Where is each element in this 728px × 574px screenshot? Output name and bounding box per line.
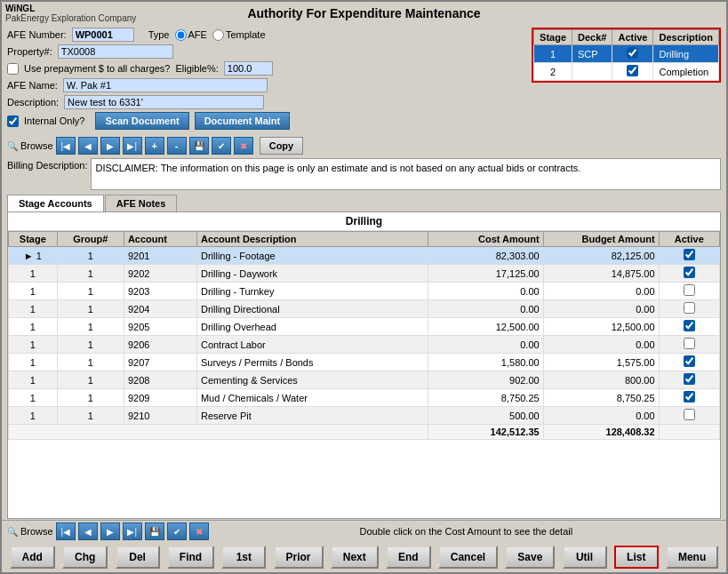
cell-active bbox=[659, 336, 719, 354]
cell-description: Surveys / Permits / Bonds bbox=[196, 354, 428, 371]
th-cost: Cost Amount bbox=[428, 232, 543, 247]
next-button[interactable]: Next bbox=[331, 546, 379, 569]
nav2-save-button[interactable]: 💾 bbox=[145, 522, 164, 540]
cell-description: Mud / Chemicals / Water bbox=[196, 389, 428, 407]
billing-text: DISCLAIMER: The information on this page… bbox=[91, 158, 721, 190]
nav2-next-button[interactable]: ▶ bbox=[100, 522, 120, 540]
table-row[interactable]: 1 1 9209 Mud / Chemicals / Water 8,750.2… bbox=[9, 389, 720, 407]
tab-stage-accounts[interactable]: Stage Accounts bbox=[7, 195, 104, 211]
cell-stage: 1 bbox=[9, 336, 58, 354]
browse-icon: 🔍 bbox=[7, 141, 18, 151]
th-active: Active bbox=[659, 232, 719, 247]
cell-account: 9208 bbox=[124, 371, 196, 389]
cell-cost[interactable]: 500.00 bbox=[428, 407, 543, 425]
grid-table: Stage Group# Account Account Description… bbox=[8, 231, 720, 440]
nav-add-button[interactable]: + bbox=[145, 137, 164, 155]
nav-last-button[interactable]: ▶| bbox=[123, 137, 142, 155]
cell-active bbox=[659, 371, 719, 389]
cell-cost[interactable]: 0.00 bbox=[428, 283, 543, 300]
table-row[interactable]: 1 1 9207 Surveys / Permits / Bonds 1,580… bbox=[9, 354, 720, 371]
table-row[interactable]: 1 1 9205 Drilling Overhead 12,500.00 12,… bbox=[9, 318, 720, 336]
cell-stage: 1 bbox=[9, 354, 58, 371]
table-row[interactable]: 1 1 9206 Contract Labor 0.00 0.00 bbox=[9, 336, 720, 354]
cell-account: 9205 bbox=[124, 318, 196, 336]
cell-stage: 1 bbox=[9, 265, 58, 283]
stage-row[interactable]: 2 Completion bbox=[534, 63, 719, 81]
cell-cost[interactable]: 902.00 bbox=[428, 371, 543, 389]
nav-check-button[interactable]: ✔ bbox=[212, 137, 231, 155]
list-button[interactable]: List bbox=[614, 546, 659, 569]
table-row[interactable]: 1 1 9204 Drilling Directional 0.00 0.00 bbox=[9, 300, 720, 318]
nav-first-button[interactable]: |◀ bbox=[56, 137, 76, 155]
table-row[interactable]: 1 1 9203 Drilling - Turnkey 0.00 0.00 bbox=[9, 283, 720, 300]
table-row[interactable]: 1 1 9210 Reserve Pit 500.00 0.00 bbox=[9, 407, 720, 425]
active-cell bbox=[612, 45, 653, 63]
deck-cell: SCP bbox=[572, 45, 612, 63]
cell-cost[interactable]: 1,580.00 bbox=[428, 354, 543, 371]
cell-cost[interactable]: 17,125.00 bbox=[428, 265, 543, 283]
scan-document-button[interactable]: Scan Document bbox=[95, 112, 188, 130]
prepayment-checkbox[interactable] bbox=[7, 63, 19, 75]
save-button[interactable]: Save bbox=[505, 546, 555, 569]
cell-cost[interactable]: 12,500.00 bbox=[428, 318, 543, 336]
nav2-check-button[interactable]: ✔ bbox=[167, 522, 187, 540]
cell-cost[interactable]: 8,750.25 bbox=[428, 389, 543, 407]
app-info: WiNGL PakEnergy Exploration Company bbox=[5, 4, 185, 23]
nav-next-button[interactable]: ▶ bbox=[100, 137, 120, 155]
nav-prev-button[interactable]: ◀ bbox=[78, 137, 98, 155]
cell-budget: 0.00 bbox=[543, 336, 659, 354]
afe-number-input[interactable] bbox=[72, 28, 134, 42]
table-row[interactable]: ► 1 1 9201 Drilling - Footage 82,303.00 … bbox=[9, 247, 720, 265]
first-button[interactable]: 1st bbox=[221, 546, 266, 569]
table-row[interactable]: 1 1 9202 Drilling - Daywork 17,125.00 14… bbox=[9, 265, 720, 283]
nav2-cancel-button[interactable]: ✖ bbox=[189, 522, 209, 540]
find-button[interactable]: Find bbox=[167, 546, 214, 569]
util-button[interactable]: Util bbox=[563, 546, 607, 569]
nav-remove-button[interactable]: - bbox=[167, 137, 187, 155]
footer: Add Chg Del Find 1st Prior Next End Canc… bbox=[2, 542, 726, 572]
nav2-last-button[interactable]: ▶| bbox=[123, 522, 142, 540]
nav2-prev-button[interactable]: ◀ bbox=[78, 522, 98, 540]
cell-active bbox=[659, 354, 719, 371]
cell-cost[interactable]: 0.00 bbox=[428, 300, 543, 318]
cell-stage: ► 1 bbox=[9, 247, 58, 265]
afe-name-label: AFE Name: bbox=[7, 80, 58, 91]
nav-save-button[interactable]: 💾 bbox=[189, 137, 209, 155]
tab-afe-notes[interactable]: AFE Notes bbox=[105, 195, 178, 211]
description-input[interactable] bbox=[64, 95, 264, 109]
nav2-first-button[interactable]: |◀ bbox=[56, 522, 76, 540]
cell-budget: 14,875.00 bbox=[543, 265, 659, 283]
desc-col-header: Description bbox=[653, 30, 719, 45]
cell-account: 9210 bbox=[124, 407, 196, 425]
th-description: Account Description bbox=[196, 232, 428, 247]
chg-button[interactable]: Chg bbox=[62, 546, 108, 569]
cell-stage: 1 bbox=[9, 283, 58, 300]
prior-button[interactable]: Prior bbox=[274, 546, 324, 569]
cell-account: 9206 bbox=[124, 336, 196, 354]
afe-name-input[interactable] bbox=[63, 78, 268, 92]
add-button[interactable]: Add bbox=[10, 546, 55, 569]
stage-row[interactable]: 1 SCP Drilling bbox=[534, 45, 719, 63]
end-button[interactable]: End bbox=[386, 546, 431, 569]
nav-cancel-button[interactable]: ✖ bbox=[234, 137, 253, 155]
template-radio[interactable]: Template bbox=[212, 29, 266, 41]
cell-cost[interactable]: 0.00 bbox=[428, 336, 543, 354]
table-row[interactable]: 1 1 9208 Cementing & Services 902.00 800… bbox=[9, 371, 720, 389]
eligible-input[interactable] bbox=[224, 61, 273, 76]
cell-stage: 1 bbox=[9, 407, 58, 425]
del-button[interactable]: Del bbox=[116, 546, 160, 569]
cell-cost[interactable]: 82,303.00 bbox=[428, 247, 543, 265]
grid-scroll[interactable]: Stage Group# Account Account Description… bbox=[8, 231, 720, 518]
th-group: Group# bbox=[57, 232, 124, 247]
internal-checkbox[interactable] bbox=[7, 116, 19, 127]
cell-budget: 800.00 bbox=[543, 371, 659, 389]
property-input[interactable] bbox=[58, 44, 173, 59]
cancel-button[interactable]: Cancel bbox=[438, 546, 498, 569]
cell-description: Drilling Overhead bbox=[196, 318, 428, 336]
window-title: Authority For Expenditure Maintenance bbox=[185, 6, 544, 20]
copy-button[interactable]: Copy bbox=[260, 137, 304, 155]
afe-radio[interactable]: AFE bbox=[175, 29, 207, 41]
app-name: WiNGL bbox=[5, 4, 185, 13]
document-maint-button[interactable]: Document Maint bbox=[195, 112, 291, 130]
menu-button[interactable]: Menu bbox=[666, 546, 718, 569]
